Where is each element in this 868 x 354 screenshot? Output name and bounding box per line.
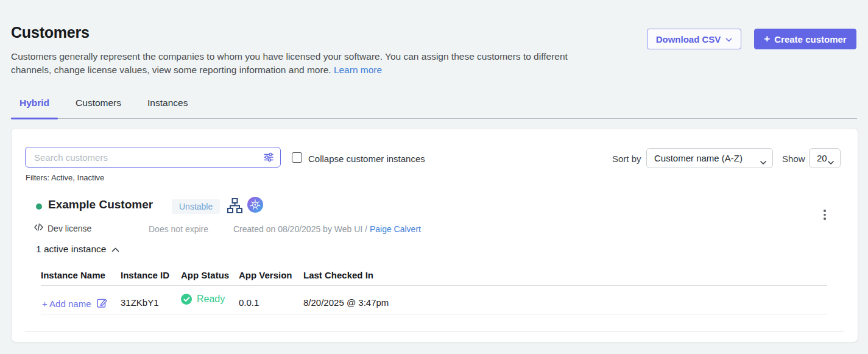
tab-instances[interactable]: Instances (139, 96, 196, 118)
instances-toggle[interactable]: 1 active instance (36, 244, 119, 255)
kubernetes-icon (247, 197, 263, 213)
last-checked-in-cell: 8/20/2025 @ 3:47pm (303, 297, 389, 308)
code-icon (34, 223, 43, 233)
created-by-link[interactable]: Paige Calvert (370, 224, 421, 234)
search-wrap (25, 147, 281, 168)
table-header-divider (41, 285, 827, 286)
show-select[interactable]: 20 (809, 148, 841, 168)
license-created-text: Created on 08/20/2025 by Web UI / (233, 224, 367, 234)
instances-summary: 1 active instance (36, 244, 106, 255)
chevron-down-icon (760, 157, 766, 167)
tab-customers[interactable]: Customers (67, 96, 130, 118)
col-header-app-status: App Status (181, 270, 229, 280)
col-header-app-version: App Version (239, 270, 292, 280)
filter-sliders-icon[interactable] (263, 151, 275, 166)
table-row-divider (41, 314, 827, 314)
plus-icon: + (764, 33, 770, 45)
license-type-label: Dev license (48, 224, 91, 233)
instance-id-cell: 31ZKbY1 (121, 297, 159, 308)
collapse-instances-label: Collapse customer instances (308, 154, 425, 164)
chevron-up-icon (111, 244, 119, 255)
chevron-down-icon (828, 157, 834, 167)
sort-by-label: Sort by (612, 154, 641, 164)
tab-hybrid[interactable]: Hybrid (11, 96, 58, 118)
add-instance-name-link[interactable]: + Add name (42, 297, 107, 310)
app-status-cell: Ready (181, 294, 225, 305)
search-input[interactable] (25, 147, 281, 168)
customers-card: Collapse customer instances Sort by Cust… (11, 128, 858, 342)
create-customer-button[interactable]: + Create customer (754, 29, 856, 49)
learn-more-link[interactable]: Learn more (334, 65, 382, 75)
create-customer-label: Create customer (774, 34, 846, 44)
col-header-instance-name: Instance Name (41, 270, 105, 280)
show-label: Show (782, 154, 805, 164)
download-csv-label: Download CSV (656, 34, 721, 44)
page-description: Customers generally represent the compan… (11, 50, 599, 77)
tab-bar: Hybrid Customers Instances (11, 96, 857, 119)
add-name-label: + Add name (42, 299, 91, 309)
customer-menu-button[interactable] (819, 207, 830, 223)
card-bottom-divider (25, 331, 844, 331)
collapse-instances-checkbox[interactable] (292, 152, 302, 163)
license-expiry: Does not expire (149, 224, 208, 234)
customer-active-dot (36, 204, 42, 210)
download-csv-button[interactable]: Download CSV (647, 29, 741, 49)
sort-select[interactable]: Customer name (A-Z) (646, 148, 773, 168)
page-title: Customers (11, 24, 90, 41)
channels-sitemap-icon (227, 197, 243, 216)
col-header-instance-id: Instance ID (121, 270, 169, 280)
edit-icon (96, 297, 107, 310)
license-type: Dev license (34, 223, 91, 233)
channel-badge: Unstable (172, 199, 220, 214)
col-header-last-checked-in: Last Checked In (303, 270, 373, 280)
app-version-cell: 0.0.1 (239, 297, 259, 308)
status-check-icon (181, 294, 192, 305)
page-description-text: Customers generally represent the compan… (11, 51, 568, 76)
show-select-value: 20 (817, 153, 827, 163)
chevron-down-icon (725, 34, 732, 44)
sort-select-value: Customer name (A-Z) (654, 153, 743, 163)
active-filters-text: Filters: Active, Inactive (26, 173, 104, 182)
customer-name[interactable]: Example Customer (48, 198, 153, 211)
license-created: Created on 08/20/2025 by Web UI / Paige … (233, 224, 421, 234)
customers-page: Customers Customers generally represent … (0, 0, 868, 354)
status-label: Ready (197, 294, 225, 305)
